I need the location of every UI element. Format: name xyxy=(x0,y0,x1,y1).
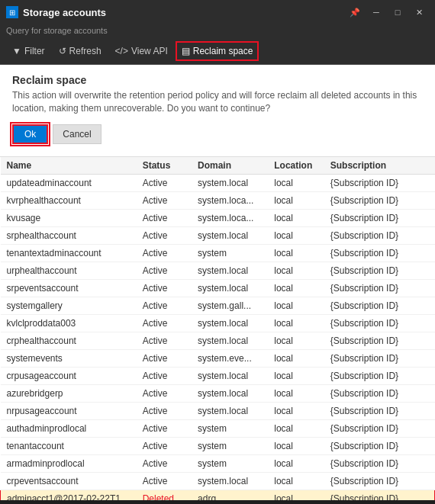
table-row[interactable]: urphealthaccountActivesystem.locallocal{… xyxy=(1,262,435,279)
cell-subscription: {Subscription ID} xyxy=(324,332,435,349)
cell-status: Active xyxy=(137,472,192,490)
cell-location: local xyxy=(268,226,324,244)
reclaim-icon: ▤ xyxy=(182,46,190,56)
main-content: Reclaim space This action will overwrite… xyxy=(0,65,435,500)
cell-subscription: {Subscription ID} xyxy=(324,367,435,384)
table-row[interactable]: authadminprodlocalActivesystemlocal{Subs… xyxy=(1,419,435,437)
cell-location: local xyxy=(268,454,324,472)
cell-location: local xyxy=(268,437,324,454)
col-header-location: Location xyxy=(268,157,324,175)
cell-domain: system.local xyxy=(192,384,268,402)
cell-status: Active xyxy=(137,244,192,262)
cell-location: local xyxy=(268,490,324,500)
table-row[interactable]: kvlclproddata003Activesystem.locallocal{… xyxy=(1,314,435,332)
cell-location: local xyxy=(268,419,324,437)
cell-name: srphealthaccount xyxy=(1,226,137,244)
table-row[interactable]: azurebridgerpActivesystem.locallocal{Sub… xyxy=(1,384,435,402)
cell-name: urphealthaccount xyxy=(1,262,137,279)
cell-domain: system xyxy=(192,244,268,262)
app-icon: ⊞ xyxy=(6,6,18,18)
col-header-name: Name xyxy=(1,157,137,175)
table-row[interactable]: tenantextadminaccountActivesystemlocal{S… xyxy=(1,244,435,262)
view-api-button[interactable]: </> View API xyxy=(109,41,174,61)
ok-button[interactable]: Ok xyxy=(12,124,48,144)
cell-name: crpusageaccount xyxy=(1,367,137,384)
storage-accounts-table: Name Status Domain Location Subscription… xyxy=(0,157,435,500)
table-row[interactable]: crpusageaccountActivesystem.locallocal{S… xyxy=(1,367,435,384)
table-row[interactable]: armadminprodlocalActivesystemlocal{Subsc… xyxy=(1,454,435,472)
cell-subscription: {Subscription ID} xyxy=(324,191,435,209)
cell-domain: system.loca... xyxy=(192,209,268,226)
filter-label: Filter xyxy=(24,46,45,56)
close-button[interactable]: ✕ xyxy=(409,4,429,21)
filter-icon: ▼ xyxy=(12,46,21,56)
cell-domain: system xyxy=(192,419,268,437)
cell-subscription: {Subscription ID} xyxy=(324,490,435,500)
cell-domain: system xyxy=(192,454,268,472)
pin-button[interactable]: 📌 xyxy=(345,4,365,21)
cell-name: systemgallery xyxy=(1,297,137,314)
cell-domain: adrg xyxy=(192,490,268,500)
table-row[interactable]: systemgalleryActivesystem.gall...local{S… xyxy=(1,297,435,314)
cell-subscription: {Subscription ID} xyxy=(324,419,435,437)
view-api-icon: </> xyxy=(115,46,128,56)
table-row[interactable]: crpeventsaccountActivesystem.locallocal{… xyxy=(1,472,435,490)
cell-status: Active xyxy=(137,174,192,191)
cell-location: local xyxy=(268,191,324,209)
cell-subscription: {Subscription ID} xyxy=(324,454,435,472)
refresh-label: Refresh xyxy=(69,46,102,56)
table-row[interactable]: updateadminaccountActivesystem.localloca… xyxy=(1,174,435,191)
cell-name: tenantaccount xyxy=(1,437,137,454)
cell-domain: system.local xyxy=(192,279,268,297)
table-row[interactable]: systemeventsActivesystem.eve...local{Sub… xyxy=(1,349,435,367)
table-row[interactable]: adminacct1@2017-02-22T18...Deletedadrglo… xyxy=(1,490,435,500)
cell-subscription: {Subscription ID} xyxy=(324,472,435,490)
cell-status: Active xyxy=(137,209,192,226)
cell-status: Active xyxy=(137,297,192,314)
cell-location: local xyxy=(268,297,324,314)
maximize-button[interactable]: □ xyxy=(388,4,408,21)
cell-domain: system.local xyxy=(192,402,268,419)
cell-subscription: {Subscription ID} xyxy=(324,384,435,402)
cell-name: kvrphealthaccount xyxy=(1,191,137,209)
reclaim-panel: Reclaim space This action will overwrite… xyxy=(0,65,435,157)
col-header-subscription: Subscription xyxy=(324,157,435,175)
table-row[interactable]: crphealthaccountActivesystem.locallocal{… xyxy=(1,332,435,349)
cell-location: local xyxy=(268,209,324,226)
table-row[interactable]: nrpusageaccountActivesystem.locallocal{S… xyxy=(1,402,435,419)
cell-subscription: {Subscription ID} xyxy=(324,174,435,191)
cell-name: adminacct1@2017-02-22T18... xyxy=(1,490,137,500)
cell-name: kvlclproddata003 xyxy=(1,314,137,332)
reclaim-description: This action will overwrite the retention… xyxy=(12,89,423,115)
subtitle: Query for storage accounts xyxy=(0,24,435,38)
cell-name: kvusage xyxy=(1,209,137,226)
refresh-button[interactable]: ↺ Refresh xyxy=(53,41,108,61)
cell-status: Active xyxy=(137,191,192,209)
table-header-row: Name Status Domain Location Subscription xyxy=(1,157,435,175)
cell-status: Active xyxy=(137,402,192,419)
minimize-button[interactable]: ─ xyxy=(366,4,386,21)
reclaim-space-button[interactable]: ▤ Reclaim space xyxy=(176,41,259,61)
table-row[interactable]: srpeventsaccountActivesystem.locallocal{… xyxy=(1,279,435,297)
cell-name: azurebridgerp xyxy=(1,384,137,402)
table-row[interactable]: tenantaccountActivesystemlocal{Subscript… xyxy=(1,437,435,454)
cell-subscription: {Subscription ID} xyxy=(324,279,435,297)
title-bar: ⊞ Storage accounts 📌 ─ □ ✕ xyxy=(0,0,435,24)
cell-subscription: {Subscription ID} xyxy=(324,262,435,279)
cell-location: local xyxy=(268,262,324,279)
cell-subscription: {Subscription ID} xyxy=(324,437,435,454)
cell-status: Active xyxy=(137,454,192,472)
cell-subscription: {Subscription ID} xyxy=(324,349,435,367)
table-row[interactable]: srphealthaccountActivesystem.locallocal{… xyxy=(1,226,435,244)
filter-button[interactable]: ▼ Filter xyxy=(6,41,51,61)
cancel-button[interactable]: Cancel xyxy=(53,124,101,144)
cell-location: local xyxy=(268,349,324,367)
col-header-status: Status xyxy=(137,157,192,175)
cell-location: local xyxy=(268,332,324,349)
cell-name: updateadminaccount xyxy=(1,174,137,191)
cell-subscription: {Subscription ID} xyxy=(324,402,435,419)
cell-name: authadminprodlocal xyxy=(1,419,137,437)
table-row[interactable]: kvusageActivesystem.loca...local{Subscri… xyxy=(1,209,435,226)
table-row[interactable]: kvrphealthaccountActivesystem.loca...loc… xyxy=(1,191,435,209)
cell-status: Active xyxy=(137,332,192,349)
